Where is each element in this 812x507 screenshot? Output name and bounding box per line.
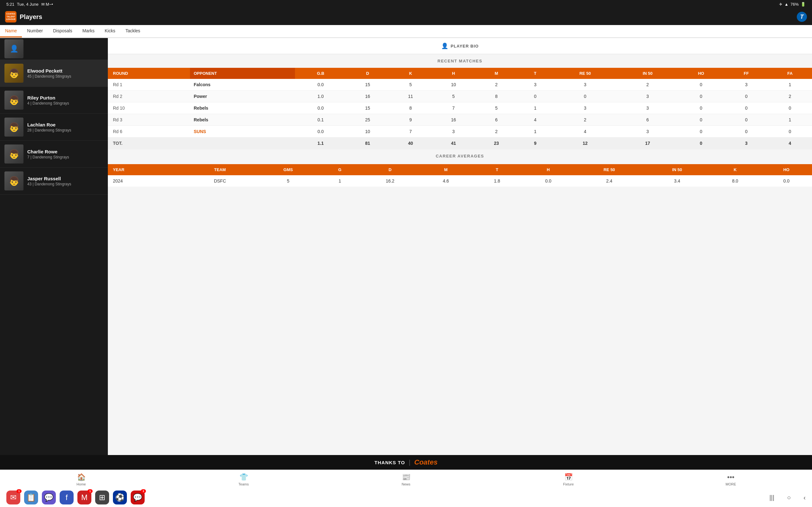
- list-item-elwood[interactable]: 👦 Elwood Peckett 45 | Dandenong Stingray…: [0, 60, 108, 87]
- nav-teams[interactable]: 👕 Teams: [162, 472, 325, 487]
- cell-ff: 0: [725, 91, 768, 102]
- col-gb: G.B: [295, 68, 346, 79]
- player-info: Riley Purton 4 | Dandenong Stingrays: [27, 95, 103, 106]
- slack-icon: 💬: [44, 493, 54, 502]
- cell-ho: 0: [677, 102, 725, 114]
- list-item[interactable]: 👤: [0, 38, 108, 60]
- player-stats-panel: 👤 PLAYER BIO RECENT MATCHES ROUND OPPONE…: [108, 38, 812, 455]
- nav-fixture-label: Fixture: [563, 482, 574, 486]
- bottom-nav: 🏠 Home 👕 Teams 📰 News 📅 Fixture ••• MORE: [0, 469, 812, 488]
- avatar: 👤: [4, 39, 23, 58]
- player-name: Riley Purton: [27, 95, 103, 101]
- cell-k: 5: [389, 79, 432, 91]
- filter-name[interactable]: Name: [0, 25, 22, 38]
- dock-app-afl[interactable]: ⚽: [113, 491, 127, 504]
- cell-h: 16: [432, 114, 475, 126]
- col-ho: HO: [677, 68, 725, 79]
- nav-fixture[interactable]: 📅 Fixture: [487, 472, 650, 487]
- list-item-charlie[interactable]: 👦 Charlie Rowe 7 | Dandenong Stingrays: [0, 141, 108, 168]
- dock-app-facebook[interactable]: f: [60, 491, 73, 504]
- cell-gb: 0.1: [295, 114, 346, 126]
- bottom-dock: ✉ 1 📋 💬 f M 1 ⊞ ⚽ 💬 3 ||| ○ ‹: [0, 488, 812, 507]
- dock-app-grid[interactable]: ⊞: [95, 491, 109, 504]
- cell-k: 8.0: [710, 175, 761, 187]
- cell-re50: 3: [553, 79, 618, 91]
- nav-news[interactable]: 📰 News: [325, 472, 487, 487]
- player-name: Jasper Russell: [27, 176, 103, 181]
- cell-fa: 2: [768, 91, 812, 102]
- cell-round: Rd 10: [108, 102, 190, 114]
- cell-d: 25: [346, 114, 389, 126]
- col-ho-avg: HO: [761, 164, 812, 175]
- dock-app-gmail[interactable]: M 1: [78, 491, 91, 504]
- col-gms: GMS: [257, 164, 320, 175]
- app-header: COATES TALENT LEAGUE Players T: [0, 9, 812, 25]
- avatar: 👦: [4, 64, 23, 83]
- nav-teams-label: Teams: [239, 482, 249, 486]
- cell-ff: 0: [725, 126, 768, 137]
- cell-k: 7: [389, 126, 432, 137]
- cell-d: 10: [346, 126, 389, 137]
- filter-kicks[interactable]: Kicks: [100, 25, 120, 38]
- filter-disposals[interactable]: Disposals: [48, 25, 78, 38]
- player-details: 43 | Dandenong Stingrays: [27, 182, 103, 186]
- nav-home[interactable]: 🏠 Home: [0, 472, 162, 487]
- facebook-icon: f: [66, 493, 68, 502]
- app-logo: COATES TALENT LEAGUE: [5, 11, 16, 22]
- back-control[interactable]: ‹: [803, 494, 806, 501]
- menu-control[interactable]: |||: [769, 494, 774, 501]
- list-item-jasper[interactable]: 👦 Jasper Russell 43 | Dandenong Stingray…: [0, 168, 108, 194]
- cell-round: Rd 3: [108, 114, 190, 126]
- career-averages-table-container: YEAR TEAM GMS G D M T H RE 50 IN 50 K HO: [108, 164, 812, 187]
- cell-m: 4.6: [420, 175, 471, 187]
- cell-in50: 6: [618, 114, 677, 126]
- cell-t: 0: [518, 91, 553, 102]
- home-control[interactable]: ○: [787, 494, 791, 501]
- recent-matches-header: RECENT MATCHES: [108, 54, 812, 68]
- col-year: YEAR: [108, 164, 183, 175]
- bio-label: PLAYER BIO: [451, 44, 478, 49]
- dock-app-mail[interactable]: ✉ 1: [6, 491, 20, 504]
- col-opponent: OPPONENT: [190, 68, 295, 79]
- player-details: 4 | Dandenong Stingrays: [27, 101, 103, 106]
- cell-re50: 2.4: [574, 175, 645, 187]
- recent-matches-table-container: ROUND OPPONENT G.B D K H M T RE 50 IN 50…: [108, 68, 812, 149]
- filter-tackles[interactable]: Tackles: [120, 25, 145, 38]
- table-row: Rd 2 Power 1.0 16 11 5 8 0 0 3 0 0 2: [108, 91, 812, 102]
- col-g: G: [320, 164, 360, 175]
- cell-gb: 0.0: [295, 126, 346, 137]
- filter-number[interactable]: Number: [22, 25, 48, 38]
- cell-opponent: Power: [190, 91, 295, 102]
- cell-in50: 3.4: [645, 175, 710, 187]
- dock-app-messenger[interactable]: 💬 3: [131, 491, 145, 504]
- grid-icon: ⊞: [99, 493, 105, 502]
- list-item-lachlan[interactable]: 👦 Lachlan Roe 28 | Dandenong Stingrays: [0, 114, 108, 141]
- status-time: 5:21: [6, 2, 14, 7]
- status-email-icon: ✉ M~•: [41, 2, 53, 7]
- dock-app-calendar[interactable]: 📋: [24, 491, 38, 504]
- cell-h: 41: [432, 137, 475, 149]
- cell-round: Rd 2: [108, 91, 190, 102]
- filter-marks[interactable]: Marks: [78, 25, 100, 38]
- cell-fa: 1: [768, 79, 812, 91]
- cell-round: Rd 1: [108, 79, 190, 91]
- cell-d: 16: [346, 91, 389, 102]
- home-icon: 🏠: [77, 473, 86, 481]
- col-t: T: [518, 68, 553, 79]
- nav-more-label: MORE: [726, 482, 736, 486]
- dock-app-slack[interactable]: 💬: [42, 491, 56, 504]
- nav-more[interactable]: ••• MORE: [650, 472, 812, 487]
- bio-icon: 👤: [441, 43, 448, 49]
- cell-in50: 2: [618, 79, 677, 91]
- list-item-riley[interactable]: 👦 Riley Purton 4 | Dandenong Stingrays: [0, 87, 108, 114]
- table-row: Rd 1 Falcons 0.0 15 5 10 2 3 3 2 0 3 1: [108, 79, 812, 91]
- table-row: Rd 3 Rebels 0.1 25 9 16 6 4 2 6 0 0 1: [108, 114, 812, 126]
- player-name: Elwood Peckett: [27, 68, 103, 73]
- wifi-icon: ▲: [784, 2, 789, 7]
- player-info: Elwood Peckett 45 | Dandenong Stingrays: [27, 68, 103, 78]
- player-details: 28 | Dandenong Stingrays: [27, 128, 103, 132]
- cell-ff: 3: [725, 137, 768, 149]
- cell-gb: 1.1: [295, 137, 346, 149]
- cell-ho: 0: [677, 79, 725, 91]
- cell-k: 9: [389, 114, 432, 126]
